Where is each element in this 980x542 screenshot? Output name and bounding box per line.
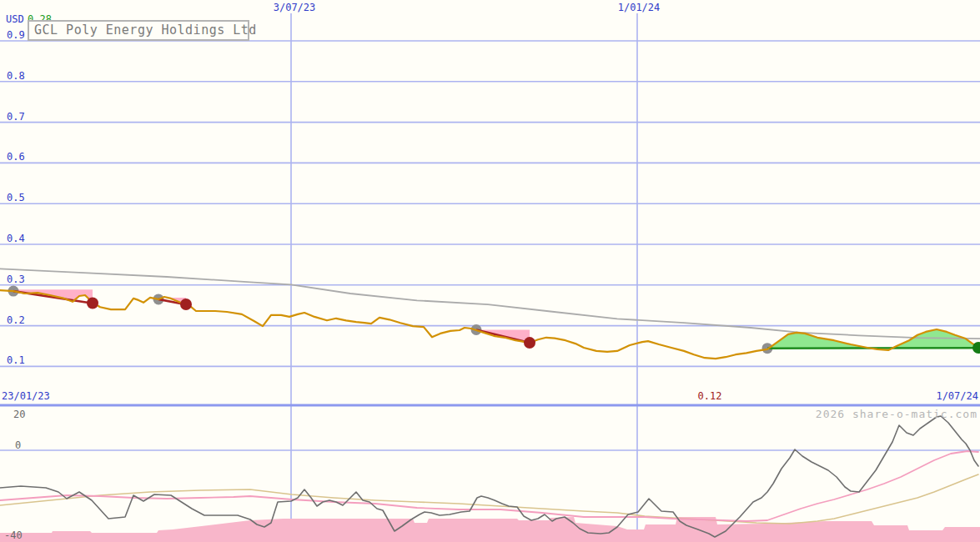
svg-text:20: 20 (13, 409, 25, 420)
svg-text:0.12: 0.12 (698, 390, 722, 402)
svg-text:-40: -40 (4, 529, 23, 541)
svg-text:0.8: 0.8 (7, 70, 25, 82)
price-chart-svg: 0.90.80.70.60.50.40.30.20.13/07/231/01/2… (0, 0, 980, 542)
axis-labels: 0.90.80.70.60.50.40.30.20.13/07/231/01/2… (2, 2, 978, 541)
svg-text:1/07/24: 1/07/24 (936, 390, 978, 402)
gridlines (0, 13, 980, 542)
svg-text:0: 0 (15, 439, 21, 451)
svg-text:23/01/23: 23/01/23 (2, 390, 50, 402)
indicator-panel (0, 416, 980, 542)
chart-window: 0.90.80.70.60.50.40.30.20.13/07/231/01/2… (0, 0, 980, 542)
currency-label: USD (6, 13, 24, 25)
svg-text:0.2: 0.2 (7, 314, 25, 326)
svg-text:0.4: 0.4 (7, 233, 25, 244)
svg-text:0.1: 0.1 (7, 354, 25, 366)
svg-text:0.6: 0.6 (7, 151, 25, 163)
svg-text:3/07/23: 3/07/23 (274, 2, 316, 13)
svg-text:0.7: 0.7 (7, 111, 25, 123)
svg-text:0.5: 0.5 (7, 192, 25, 203)
watermark: 2026 share-o-matic.com (816, 408, 977, 420)
svg-text:0.3: 0.3 (7, 274, 25, 285)
svg-text:0.9: 0.9 (7, 29, 25, 41)
instrument-title-box: GCL Poly Energy Holdings Ltd (28, 20, 249, 41)
svg-text:1/01/24: 1/01/24 (618, 2, 661, 13)
